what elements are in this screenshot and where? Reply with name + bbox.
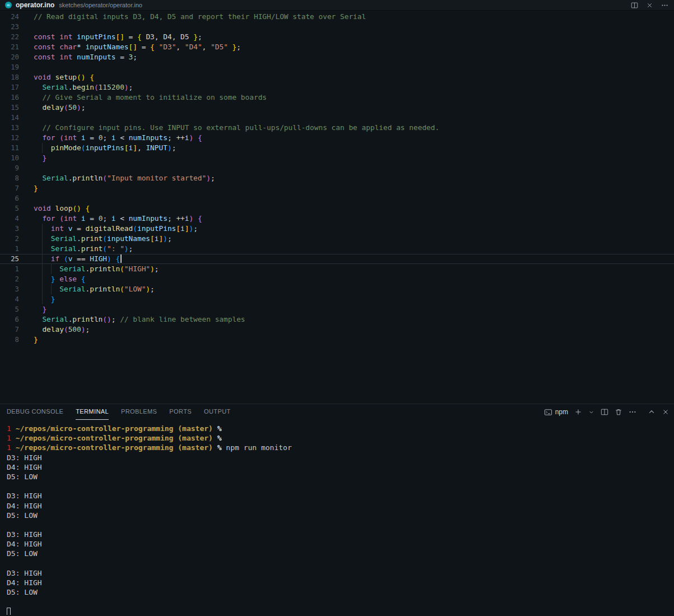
code-line[interactable]: 10} — [0, 153, 674, 163]
terminal-line: D5: LOW — [7, 549, 674, 558]
terminal-profile-button[interactable]: npm — [544, 408, 568, 416]
code-line[interactable]: 3Serial.println("LOW"); — [0, 284, 674, 294]
code-line[interactable]: 1Serial.println("HIGH"); — [0, 264, 674, 274]
indent — [34, 123, 42, 133]
code-text: Serial.println("LOW"); — [34, 284, 155, 294]
indent — [34, 224, 42, 234]
terminal-line: 1 ~/repos/micro-controller-programming (… — [7, 433, 674, 443]
indent — [34, 173, 42, 183]
code-line[interactable]: 13// Configure input pins. Use INPUT so … — [0, 123, 674, 133]
code-line[interactable]: 6Serial.println(); // blank line between… — [0, 314, 674, 325]
line-number: 2 — [0, 274, 19, 284]
line-number: 4 — [0, 214, 19, 224]
close-editor-icon[interactable] — [646, 2, 653, 9]
code-line[interactable]: 17Serial.begin(115200); — [0, 82, 674, 92]
code-line[interactable]: 1Serial.print(": "); — [0, 244, 674, 254]
code-line[interactable]: 15delay(50); — [0, 103, 674, 113]
split-editor-icon[interactable] — [631, 2, 638, 9]
file-name: operator.ino — [16, 1, 54, 9]
line-number: 14 — [0, 113, 19, 123]
profile-dropdown-button[interactable] — [588, 409, 594, 415]
terminal-line: 1 ~/repos/micro-controller-programming (… — [7, 424, 674, 433]
code-line[interactable]: 12for (int i = 0; i < numInputs; ++i) { — [0, 133, 674, 143]
more-actions-icon[interactable] — [661, 2, 668, 9]
code-text: Serial.print(inputNames[i]); — [34, 234, 172, 244]
code-text: int v = digitalRead(inputPins[i]); — [34, 224, 198, 234]
code-line[interactable]: 3int v = digitalRead(inputPins[i]); — [0, 224, 674, 234]
code-text: } — [34, 335, 38, 345]
terminal-line: D4: HIGH — [7, 539, 674, 549]
code-editor[interactable]: 24// Read digital inputs D3, D4, D5 and … — [0, 11, 674, 404]
line-number: 6 — [0, 314, 19, 325]
panel-tab-terminal[interactable]: TERMINAL — [76, 404, 109, 420]
line-number: 16 — [0, 92, 19, 103]
line-number: 13 — [0, 123, 19, 133]
code-text: Serial.println(); // blank line between … — [34, 314, 245, 325]
new-terminal-button[interactable] — [574, 408, 582, 416]
bottom-panel: DEBUG CONSOLETERMINALPROBLEMSPORTSOUTPUT… — [0, 404, 674, 615]
panel-tab-ports[interactable]: PORTS — [169, 404, 192, 420]
indent-guide — [42, 254, 50, 264]
code-text: } — [34, 304, 47, 314]
terminal-line: D5: LOW — [7, 511, 674, 520]
code-line[interactable]: 11pinMode(inputPins[i], INPUT); — [0, 143, 674, 153]
terminal[interactable]: 1 ~/repos/micro-controller-programming (… — [0, 420, 674, 615]
panel-tab-debug-console[interactable]: DEBUG CONSOLE — [7, 404, 63, 420]
terminal-lines: 1 ~/repos/micro-controller-programming (… — [7, 424, 674, 615]
line-number: 18 — [0, 72, 19, 82]
close-panel-button[interactable] — [662, 408, 670, 416]
panel-tab-problems[interactable]: PROBLEMS — [121, 404, 157, 420]
kill-terminal-button[interactable] — [615, 408, 622, 416]
terminal-line: D3: HIGH — [7, 453, 674, 462]
split-terminal-button[interactable] — [601, 408, 608, 416]
code-line[interactable]: 2} else { — [0, 274, 674, 284]
code-line[interactable]: 18void setup() { — [0, 72, 674, 82]
code-line[interactable]: 4} — [0, 294, 674, 304]
panel-tab-bar: DEBUG CONSOLETERMINALPROBLEMSPORTSOUTPUT… — [0, 404, 674, 420]
indent-guide — [42, 234, 50, 244]
code-line[interactable]: 2Serial.print(inputNames[i]); — [0, 234, 674, 244]
code-line[interactable]: 14 — [0, 113, 674, 123]
code-line[interactable]: 5void loop() { — [0, 203, 674, 214]
code-line[interactable]: 5} — [0, 304, 674, 314]
code-line[interactable]: 9 — [0, 163, 674, 173]
panel-tab-output[interactable]: OUTPUT — [204, 404, 231, 420]
code-line[interactable]: 16// Give Serial a moment to initialize … — [0, 92, 674, 103]
code-line[interactable]: 22const int inputPins[] = { D3, D4, D5 }… — [0, 32, 674, 42]
file-path: sketches/operator/operator.ino — [59, 2, 142, 8]
line-number: 10 — [0, 153, 19, 163]
code-line[interactable]: 19 — [0, 62, 674, 72]
code-line[interactable]: 4for (int i = 0; i < numInputs; ++i) { — [0, 214, 674, 224]
code-line[interactable]: 7delay(500); — [0, 325, 674, 335]
line-number: 15 — [0, 103, 19, 113]
terminal-line: D3: HIGH — [7, 491, 674, 501]
line-number: 7 — [0, 325, 19, 335]
maximize-panel-button[interactable] — [648, 408, 656, 416]
indent — [34, 92, 42, 103]
code-line[interactable]: 24// Read digital inputs D3, D4, D5 and … — [0, 12, 674, 22]
code-line[interactable]: 20const int numInputs = 3; — [0, 52, 674, 62]
indent — [34, 103, 42, 113]
line-number: 6 — [0, 193, 19, 203]
terminal-icon — [544, 408, 552, 416]
code-line[interactable]: 8Serial.println("Input monitor started")… — [0, 173, 674, 183]
line-number: 5 — [0, 304, 19, 314]
line-number: 23 — [0, 22, 19, 32]
code-line[interactable]: 21const char* inputNames[] = { "D3", "D4… — [0, 42, 674, 52]
line-number: 3 — [0, 284, 19, 294]
code-line-current[interactable]: 25if (v == HIGH) { — [0, 254, 674, 264]
terminal-line — [7, 559, 674, 568]
code-text: } else { — [34, 274, 86, 284]
titlebar-actions — [631, 2, 668, 9]
terminal-cursor — [7, 608, 11, 615]
code-line[interactable]: 7} — [0, 183, 674, 193]
line-number: 4 — [0, 294, 19, 304]
code-text: Serial.print(": "); — [34, 244, 133, 254]
indent — [34, 284, 42, 294]
code-line[interactable]: 6 — [0, 193, 674, 203]
terminal-more-actions-button[interactable] — [629, 408, 636, 416]
line-number: 5 — [0, 203, 19, 214]
indent-guide — [42, 143, 50, 153]
code-line[interactable]: 8} — [0, 335, 674, 345]
code-line[interactable]: 23 — [0, 22, 674, 32]
